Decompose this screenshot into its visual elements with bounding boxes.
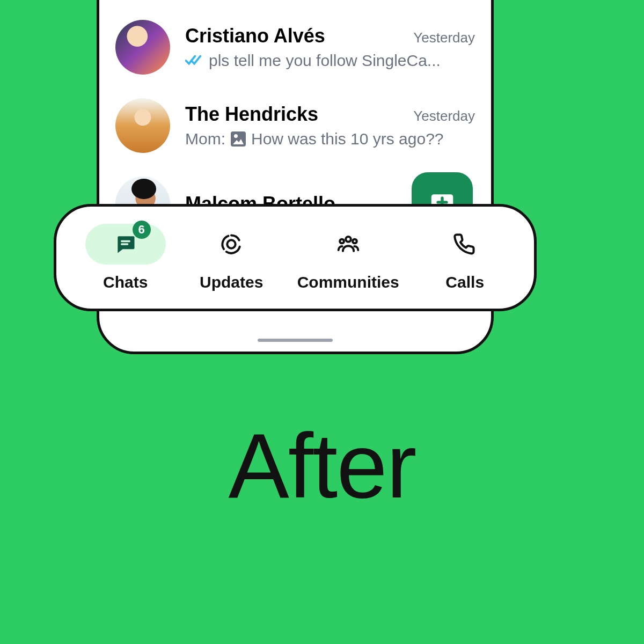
chat-preview-text: pls tell me you follow SingleCa... <box>209 52 441 70</box>
nav-label: Calls <box>445 273 484 291</box>
nav-updates[interactable]: Updates <box>191 224 272 291</box>
chat-time: Yesterday <box>413 30 475 46</box>
svg-point-2 <box>346 237 351 242</box>
chat-row[interactable]: Cristiano Alvés Yesterday pls tell me yo… <box>99 8 491 86</box>
svg-point-4 <box>353 239 357 244</box>
avatar[interactable] <box>115 20 170 75</box>
chat-icon <box>114 232 137 256</box>
caption: After <box>0 413 644 518</box>
nav-calls[interactable]: Calls <box>425 224 505 291</box>
nav-label: Chats <box>103 273 148 291</box>
phone-icon <box>453 232 477 256</box>
bottom-nav: 6 Chats Updates Communities <box>54 204 537 311</box>
status-icon <box>219 232 243 256</box>
read-receipt-icon <box>185 52 203 70</box>
chat-row[interactable]: The Hendricks Yesterday Mom: How was thi… <box>99 86 491 165</box>
home-indicator[interactable] <box>258 339 333 342</box>
unread-badge: 6 <box>133 221 151 239</box>
photo-icon <box>231 131 246 147</box>
chat-time: Yesterday <box>413 108 475 125</box>
chat-preview-text: How was this 10 yrs ago?? <box>251 130 444 148</box>
avatar[interactable] <box>115 98 170 153</box>
chat-name: The Hendricks <box>185 103 318 126</box>
nav-label: Updates <box>200 273 263 291</box>
svg-point-1 <box>228 240 236 248</box>
nav-label: Communities <box>297 273 399 291</box>
chat-name: Cristiano Alvés <box>185 25 325 47</box>
svg-point-3 <box>340 239 344 244</box>
communities-icon <box>336 232 360 256</box>
nav-chats[interactable]: 6 Chats <box>85 224 166 291</box>
nav-communities[interactable]: Communities <box>297 224 399 291</box>
chat-sender-prefix: Mom: <box>185 130 225 148</box>
